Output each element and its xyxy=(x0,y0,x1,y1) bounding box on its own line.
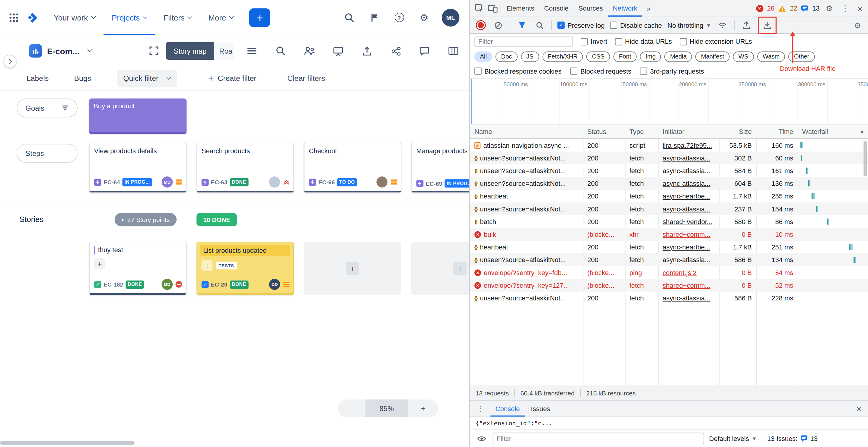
horizontal-scrollbar[interactable] xyxy=(0,441,134,445)
initiator-link[interactable]: async-heartbe... xyxy=(663,192,710,200)
resource-chip-img[interactable]: Img xyxy=(640,52,661,62)
import-har-icon[interactable] xyxy=(740,19,752,32)
initiator-link[interactable]: async-atlassia... xyxy=(663,154,710,162)
clear-icon[interactable] xyxy=(492,19,504,32)
request-initiator[interactable]: async-atlassia... xyxy=(658,294,719,302)
network-request-row[interactable]: {}heartbeat200fetchasync-heartbe...1.7 k… xyxy=(470,190,868,202)
roadmap-toggle[interactable]: Roa xyxy=(214,42,234,60)
add-card-button[interactable]: + xyxy=(346,262,359,275)
console-filter-input[interactable] xyxy=(493,433,704,444)
initiator-link[interactable]: async-atlassia... xyxy=(663,256,710,264)
issues-count[interactable]: 13 xyxy=(812,4,820,12)
request-initiator[interactable]: shared~vendor... xyxy=(658,218,719,226)
nav-item-your-work[interactable]: Your work xyxy=(45,0,103,35)
preserve-log-checkbox[interactable]: ✓Preserve log xyxy=(557,22,605,29)
record-icon[interactable] xyxy=(474,19,487,32)
resource-chip-fetch-xhr[interactable]: Fetch/XHR xyxy=(542,52,583,62)
network-request-row[interactable]: {}batch200fetchshared~vendor...580 B86 m… xyxy=(470,215,868,228)
devtools-tab-console[interactable]: Console xyxy=(539,0,574,17)
network-request-row[interactable]: atlassian-navigation.async-...200scriptj… xyxy=(470,139,868,151)
create-button[interactable]: + xyxy=(249,8,271,27)
resource-chip-manifest[interactable]: Manifest xyxy=(695,52,730,62)
devtools-tab-sources[interactable]: Sources xyxy=(574,0,608,17)
settings-icon[interactable]: ⚙ xyxy=(417,10,431,25)
jira-logo[interactable] xyxy=(25,10,40,25)
close-icon[interactable]: × xyxy=(855,4,865,13)
3rd-party-requests-checkbox[interactable]: ✓3rd-party requests xyxy=(640,67,704,75)
empty-card-slot[interactable]: + xyxy=(411,242,470,295)
flag-icon[interactable] xyxy=(367,10,381,25)
app-switcher-icon[interactable] xyxy=(7,10,21,25)
nav-item-projects[interactable]: Projects xyxy=(103,0,155,35)
blocked-requests-checkbox[interactable]: ✓Blocked requests xyxy=(570,67,631,75)
empty-card-slot[interactable]: + xyxy=(304,242,401,295)
story-map-toggle[interactable]: Story map xyxy=(166,42,214,60)
project-title[interactable]: E-com... xyxy=(47,46,80,56)
drawer-tab-issues[interactable]: Issues xyxy=(526,401,555,417)
search-icon[interactable] xyxy=(342,10,357,25)
initiator-link[interactable]: shared~comm... xyxy=(663,281,710,289)
vertical-scrollbar[interactable] xyxy=(864,141,867,177)
resource-chip-font[interactable]: Font xyxy=(613,52,637,62)
network-conditions-icon[interactable] xyxy=(716,19,728,32)
request-initiator[interactable]: async-atlassia... xyxy=(658,154,719,162)
blocked-response-cookies-checkbox[interactable]: ✓Blocked response cookies xyxy=(474,67,562,75)
step-card[interactable]: Search productsEC-63DONE xyxy=(196,143,294,192)
network-request-row[interactable]: {}unseen?source=atlaskitNot...200fetchas… xyxy=(470,164,868,177)
help-icon[interactable]: ? xyxy=(392,10,406,25)
request-initiator[interactable]: async-atlassia... xyxy=(658,256,719,264)
story-card[interactable]: List products updated+TESTS✓EC-20DONEDD xyxy=(196,242,294,295)
network-request-row[interactable]: {}heartbeat200fetchasync-heartbe...1.7 k… xyxy=(470,241,868,253)
console-message[interactable]: {"extension_id":"c... xyxy=(470,417,868,430)
comment-icon[interactable] xyxy=(417,44,432,58)
panels-icon[interactable] xyxy=(446,44,461,58)
kebab-menu-icon[interactable]: ⋮ xyxy=(839,3,851,13)
add-card-button[interactable]: + xyxy=(94,258,105,269)
request-initiator[interactable]: async-heartbe... xyxy=(658,192,719,200)
network-overview-timeline[interactable]: 50000 ms100000 ms150000 ms200000 ms25000… xyxy=(470,78,868,124)
initiator-link[interactable]: async-atlassia... xyxy=(663,205,710,213)
settings-icon[interactable]: ⚙ xyxy=(824,4,835,13)
column-header-size[interactable]: Size xyxy=(719,128,756,135)
network-request-row[interactable]: {}unseen?source=atlaskitNot...200fetchas… xyxy=(470,177,868,190)
initiator-link[interactable]: content.js:2 xyxy=(663,268,697,276)
network-filter-input[interactable] xyxy=(474,36,573,47)
fullscreen-icon[interactable] xyxy=(147,44,161,58)
initiator-link[interactable]: jira-spa.72fe95... xyxy=(663,141,712,149)
goals-row-pill[interactable]: Goals xyxy=(17,98,78,117)
resource-chip-js[interactable]: JS xyxy=(521,52,539,62)
column-header-time[interactable]: Time xyxy=(756,128,798,135)
network-request-row[interactable]: {}unseen?source=atlaskitNot...200fetchas… xyxy=(470,152,868,164)
nav-item-filters[interactable]: Filters xyxy=(155,0,200,35)
step-card[interactable]: View products detailsEC-64IN PROG...MD xyxy=(89,143,187,192)
column-header-waterfall[interactable]: Waterfall▲ xyxy=(798,128,868,135)
resource-chip-css[interactable]: CSS xyxy=(586,52,610,62)
drawer-tab-console[interactable]: Console xyxy=(490,401,525,417)
quick-filter-labels[interactable]: Labels xyxy=(27,74,49,83)
disable-cache-checkbox[interactable]: ✓Disable cache xyxy=(610,22,662,29)
column-header-status[interactable]: Status xyxy=(583,128,625,135)
settings-icon[interactable]: ⚙ xyxy=(851,19,864,32)
sidebar-expand-button[interactable] xyxy=(3,55,17,68)
clear-filters-button[interactable]: Clear filters xyxy=(287,74,325,83)
quick-filter-bugs[interactable]: Bugs xyxy=(74,74,91,83)
zoom-out-button[interactable]: - xyxy=(338,400,366,417)
user-avatar[interactable]: ML xyxy=(442,8,460,26)
initiator-link[interactable]: shared~comm... xyxy=(663,230,710,238)
invert-checkbox[interactable]: ✓Invert xyxy=(581,38,607,45)
devtools-tab-network[interactable]: Network xyxy=(608,0,642,17)
request-initiator[interactable]: content.js:2 xyxy=(658,268,719,276)
search-icon[interactable] xyxy=(534,19,546,32)
resource-chip-media[interactable]: Media xyxy=(664,52,692,62)
people-icon[interactable] xyxy=(302,44,317,58)
add-card-button[interactable]: + xyxy=(202,260,213,271)
request-initiator[interactable]: async-atlassia... xyxy=(658,167,719,174)
resource-chip-doc[interactable]: Doc xyxy=(496,52,518,62)
request-initiator[interactable]: shared~comm... xyxy=(658,230,719,238)
network-request-row[interactable]: ×envelope/?sentry_key=127...(blocke...fe… xyxy=(470,279,868,291)
resource-chip-wasm[interactable]: Wasm xyxy=(757,52,785,62)
goal-card[interactable]: Buy a product xyxy=(89,98,187,134)
initiator-link[interactable]: async-atlassia... xyxy=(663,180,710,187)
request-initiator[interactable]: shared~comm... xyxy=(658,281,719,289)
inspect-icon[interactable] xyxy=(473,2,485,15)
